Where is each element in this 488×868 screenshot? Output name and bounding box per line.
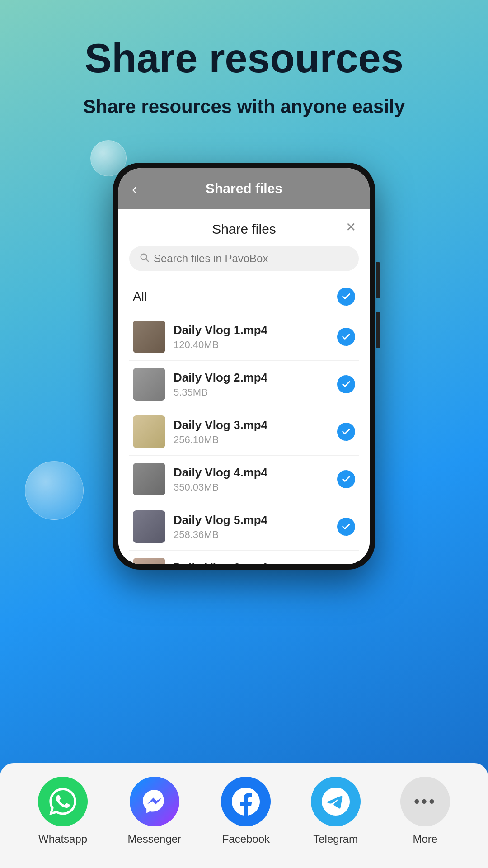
- file-row[interactable]: Daily Vlog 3.mp4 256.10MB: [129, 408, 359, 456]
- file-check-icon-3: [337, 423, 355, 441]
- more-icon: •••: [400, 777, 450, 826]
- file-row[interactable]: Daily Vlog 4.mp4 350.03MB: [129, 456, 359, 503]
- search-input[interactable]: [154, 252, 349, 265]
- file-size-3: 256.10MB: [174, 434, 329, 446]
- file-row[interactable]: Daily Vlog 1.mp4 120.40MB: [129, 313, 359, 361]
- file-info-2: Daily Vlog 2.mp4 5.35MB: [174, 371, 329, 398]
- file-thumbnail-1: [133, 321, 165, 353]
- share-app-more[interactable]: ••• More: [400, 777, 450, 845]
- file-size-2: 5.35MB: [174, 387, 329, 398]
- facebook-icon: [221, 777, 271, 826]
- file-info-4: Daily Vlog 4.mp4 350.03MB: [174, 466, 329, 493]
- share-app-telegram[interactable]: Telegram: [311, 777, 361, 845]
- file-row[interactable]: Daily Vlog 2.mp4 5.35MB: [129, 361, 359, 408]
- share-app-messenger[interactable]: Messenger: [127, 777, 181, 845]
- all-label: All: [133, 289, 147, 304]
- search-bar[interactable]: [129, 246, 359, 271]
- topbar-title: Shared files: [206, 181, 282, 196]
- file-size-1: 120.40MB: [174, 339, 329, 351]
- messenger-label: Messenger: [127, 833, 181, 845]
- telegram-label: Telegram: [313, 833, 358, 845]
- file-list: All Daily Vlog 1.mp4 120.40MB: [118, 280, 370, 564]
- whatsapp-icon: [38, 777, 88, 826]
- search-icon: [139, 252, 149, 265]
- file-row[interactable]: Daily Vlog 5.mp4 258.36MB: [129, 503, 359, 551]
- file-thumbnail-5: [133, 510, 165, 543]
- share-apps-row: Whatsapp Messenger Facebook: [18, 777, 470, 845]
- share-app-whatsapp[interactable]: Whatsapp: [38, 777, 88, 845]
- file-row[interactable]: Daily Vlog 6.mp4 258.36MB: [129, 551, 359, 564]
- share-app-facebook[interactable]: Facebook: [221, 777, 271, 845]
- phone-topbar: ‹ Shared files: [118, 168, 370, 209]
- file-check-icon-5: [337, 518, 355, 536]
- hero-subtitle: Share resources with anyone easily: [27, 94, 461, 119]
- file-rows-container: Daily Vlog 1.mp4 120.40MB Daily Vlog 2.m…: [129, 313, 359, 564]
- whatsapp-label: Whatsapp: [38, 833, 87, 845]
- facebook-label: Facebook: [222, 833, 270, 845]
- share-sheet: Whatsapp Messenger Facebook: [0, 763, 488, 868]
- telegram-icon: [311, 777, 361, 826]
- close-button[interactable]: ✕: [346, 221, 356, 234]
- file-thumbnail-3: [133, 415, 165, 448]
- file-info-3: Daily Vlog 3.mp4 256.10MB: [174, 418, 329, 446]
- phone-mockup: ‹ Shared files Share files ✕: [113, 163, 375, 570]
- back-arrow-icon[interactable]: ‹: [132, 180, 137, 198]
- file-thumbnail-6: [133, 558, 165, 564]
- file-name-6: Daily Vlog 6.mp4: [174, 561, 329, 565]
- all-filter-row[interactable]: All: [129, 280, 359, 313]
- all-check-icon: [337, 288, 355, 306]
- file-name-1: Daily Vlog 1.mp4: [174, 323, 329, 337]
- share-modal: Share files ✕: [118, 209, 370, 564]
- more-dots: •••: [414, 792, 436, 811]
- file-name-5: Daily Vlog 5.mp4: [174, 513, 329, 527]
- modal-title: Share files: [212, 222, 276, 237]
- svg-line-1: [146, 259, 148, 261]
- file-info-5: Daily Vlog 5.mp4 258.36MB: [174, 513, 329, 541]
- hero-title: Share resources: [27, 36, 461, 81]
- file-info-6: Daily Vlog 6.mp4 258.36MB: [174, 561, 329, 565]
- more-label: More: [413, 833, 438, 845]
- file-thumbnail-4: [133, 463, 165, 495]
- file-size-5: 258.36MB: [174, 529, 329, 541]
- bubble-decoration-2: [25, 461, 84, 520]
- file-thumbnail-2: [133, 368, 165, 401]
- file-info-1: Daily Vlog 1.mp4 120.40MB: [174, 323, 329, 351]
- file-name-2: Daily Vlog 2.mp4: [174, 371, 329, 385]
- file-check-icon-1: [337, 328, 355, 346]
- file-name-3: Daily Vlog 3.mp4: [174, 418, 329, 432]
- file-name-4: Daily Vlog 4.mp4: [174, 466, 329, 480]
- file-check-icon-4: [337, 470, 355, 488]
- file-check-icon-2: [337, 375, 355, 393]
- file-size-4: 350.03MB: [174, 481, 329, 493]
- messenger-icon: [130, 777, 179, 826]
- modal-header: Share files ✕: [118, 209, 370, 246]
